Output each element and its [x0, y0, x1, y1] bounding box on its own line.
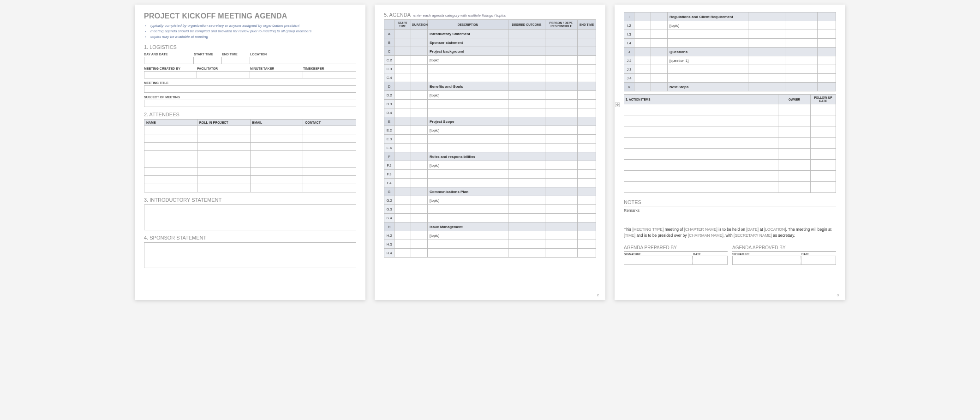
- label-facilitator: FACILITATOR: [197, 66, 250, 71]
- label-day: DAY AND DATE: [144, 52, 194, 57]
- agenda-row[interactable]: D.3: [384, 100, 596, 108]
- col-email: EMAIL: [250, 120, 303, 126]
- table-row[interactable]: [144, 159, 356, 168]
- action-items-table: 3. ACTION ITEMS OWNER FOLLOW-UP DATE: [624, 94, 836, 193]
- label-location: LOCATION: [250, 52, 356, 57]
- bullet: typically completed by organization secr…: [150, 23, 356, 29]
- table-row[interactable]: [144, 134, 356, 143]
- agenda-row[interactable]: BSponsor statement: [384, 38, 596, 47]
- table-row[interactable]: [144, 126, 356, 134]
- label-end: END TIME: [222, 52, 250, 57]
- agenda-row[interactable]: CProject background: [384, 47, 596, 56]
- col-owner: OWNER: [778, 95, 811, 104]
- input-facilitator[interactable]: [197, 71, 250, 78]
- agenda-row[interactable]: G.4: [384, 214, 596, 222]
- table-row[interactable]: [624, 138, 836, 149]
- agenda-row[interactable]: E.4: [384, 144, 596, 152]
- input-location[interactable]: [250, 57, 356, 64]
- bullet: copies may be available at meeting: [150, 34, 356, 40]
- table-row[interactable]: [624, 182, 836, 193]
- agenda-row[interactable]: IRegulations and Client Requirement: [624, 12, 836, 21]
- table-row[interactable]: [144, 143, 356, 151]
- agenda-row[interactable]: H.4: [384, 249, 596, 258]
- agenda-row[interactable]: F.2[topic]: [384, 161, 596, 170]
- agenda-row[interactable]: E.3: [384, 135, 596, 144]
- col-description: DESCRIPTION: [428, 20, 508, 30]
- input-minute[interactable]: [250, 71, 303, 78]
- col-contact: CONTACT: [303, 120, 356, 126]
- input-signature[interactable]: [732, 256, 801, 265]
- agenda-row[interactable]: JQuestions: [624, 48, 836, 56]
- table-row[interactable]: [624, 149, 836, 160]
- agenda-table-cont: IRegulations and Client RequirementI.2[t…: [624, 12, 836, 91]
- agenda-row[interactable]: G.2[topic]: [384, 196, 596, 205]
- agenda-row[interactable]: G.3: [384, 205, 596, 214]
- table-row[interactable]: [144, 176, 356, 184]
- input-title[interactable]: [144, 85, 356, 93]
- approved-by-block: AGENDA APPROVED BY SIGNATUREDATE: [732, 245, 836, 265]
- section-logistics: 1. LOGISTICS: [144, 44, 356, 50]
- agenda-row[interactable]: D.2[topic]: [384, 91, 596, 100]
- col-role: ROLL IN PROJECT: [197, 120, 250, 126]
- agenda-row[interactable]: I.3: [624, 30, 836, 39]
- agenda-row[interactable]: J.3: [624, 65, 836, 74]
- intro-bullets: typically completed by organization secr…: [144, 23, 356, 40]
- input-created[interactable]: [144, 71, 197, 78]
- table-row[interactable]: [624, 115, 836, 126]
- prepared-by-title: AGENDA PREPARED BY: [624, 245, 728, 252]
- remarks-label: Remarks: [624, 208, 836, 213]
- meeting-statement: This [MEETING TYPE] meeting of [CHAPTER …: [624, 227, 836, 239]
- table-row[interactable]: [624, 126, 836, 138]
- agenda-row[interactable]: H.3: [384, 240, 596, 249]
- input-date[interactable]: [801, 256, 836, 265]
- bullet: meeting agenda should be compiled and pr…: [150, 29, 356, 34]
- input-start[interactable]: [194, 57, 222, 64]
- col-responsible: PERSON / DEPT. RESPONSIBLE: [545, 20, 578, 30]
- table-row[interactable]: [624, 171, 836, 182]
- label-subject: SUBJECT OF MEETING: [144, 95, 356, 100]
- agenda-row[interactable]: EProject Scope: [384, 117, 596, 126]
- agenda-row[interactable]: KNext Steps: [624, 83, 836, 91]
- input-subject[interactable]: [144, 100, 356, 107]
- col-action-items: 3. ACTION ITEMS: [624, 95, 778, 104]
- table-row[interactable]: [144, 151, 356, 159]
- page-number: 3: [837, 293, 839, 297]
- agenda-row[interactable]: I.2[topic]: [624, 21, 836, 30]
- table-handle-icon[interactable]: ✥: [615, 102, 620, 107]
- label-date: DATE: [693, 252, 728, 256]
- input-end[interactable]: [222, 57, 250, 64]
- agenda-row[interactable]: I.4: [624, 39, 836, 48]
- agenda-row[interactable]: F.3: [384, 170, 596, 179]
- agenda-row[interactable]: C.2[topic]: [384, 56, 596, 65]
- agenda-row[interactable]: FRoles and responsibilities: [384, 152, 596, 161]
- agenda-row[interactable]: D.4: [384, 108, 596, 117]
- agenda-row[interactable]: J.4: [624, 74, 836, 83]
- agenda-row[interactable]: GCommunications Plan: [384, 187, 596, 196]
- input-signature[interactable]: [624, 256, 693, 265]
- input-timekeeper[interactable]: [303, 71, 356, 78]
- agenda-row[interactable]: J.2[question 1]: [624, 56, 836, 65]
- input-sponsor-statement[interactable]: [144, 242, 356, 268]
- agenda-row[interactable]: HIssue Management: [384, 222, 596, 231]
- input-date[interactable]: [693, 256, 728, 265]
- table-row[interactable]: [624, 160, 836, 171]
- agenda-row[interactable]: C.3: [384, 65, 596, 73]
- col-endtime: END TIME: [578, 20, 596, 30]
- agenda-row[interactable]: DBenefits and Goals: [384, 82, 596, 91]
- page-2: 5. AGENDAenter each agenda category with…: [375, 5, 605, 300]
- agenda-row[interactable]: H.2[topic]: [384, 231, 596, 240]
- agenda-row[interactable]: E.2[topic]: [384, 126, 596, 135]
- attendee-table: NAME ROLL IN PROJECT EMAIL CONTACT: [144, 119, 356, 192]
- agenda-row[interactable]: AIntroductory Statement: [384, 30, 596, 38]
- agenda-row[interactable]: C.4: [384, 73, 596, 82]
- section-intro: 3. INTRODUCTORY STATEMENT: [144, 197, 356, 203]
- approved-by-title: AGENDA APPROVED BY: [732, 245, 836, 252]
- input-day[interactable]: [144, 57, 194, 64]
- table-row[interactable]: [624, 104, 836, 115]
- page-3: ✥ IRegulations and Client RequirementI.2…: [615, 5, 845, 300]
- table-row[interactable]: [144, 168, 356, 176]
- input-intro-statement[interactable]: [144, 204, 356, 230]
- page-1: PROJECT KICKOFF MEETING AGENDA typically…: [135, 5, 365, 300]
- agenda-row[interactable]: F.4: [384, 179, 596, 187]
- table-row[interactable]: [144, 184, 356, 192]
